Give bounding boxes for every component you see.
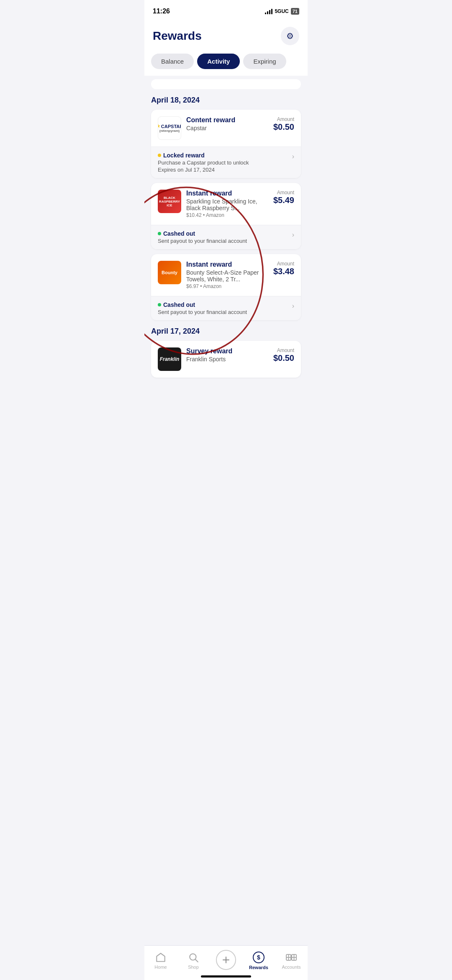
franklin-text: Franklin	[160, 356, 180, 362]
sparkling-ice-reward-type: Instant reward	[186, 190, 268, 197]
franklin-info: Survey reward Franklin Sports	[186, 347, 268, 363]
battery-icon: 71	[291, 8, 299, 15]
bounty-text: Bounty	[162, 270, 177, 275]
capstar-brand: Capstar	[186, 125, 268, 131]
bounty-card: Bounty Instant reward Bounty Select-A-Si…	[151, 254, 301, 320]
capstar-text: CAPSTAR	[161, 124, 181, 129]
bounty-chevron-button[interactable]: ›	[292, 302, 294, 310]
sparkling-ice-chevron-button[interactable]: ›	[292, 231, 294, 239]
sparkling-ice-logo: BLACK RASPBERRY ICE	[158, 190, 181, 213]
sparkling-ice-info: Instant reward Sparkling Ice Sparkling I…	[186, 190, 268, 218]
sparkling-ice-card-bottom[interactable]: Cashed out Sent payout to your financial…	[151, 225, 301, 249]
green-dot-icon-bounty	[158, 303, 161, 306]
bounty-card-bottom[interactable]: Cashed out Sent payout to your financial…	[151, 296, 301, 320]
bounty-amount-value: $3.48	[273, 267, 294, 276]
bounty-logo: Bounty	[158, 261, 181, 284]
sparkling-ice-card: BLACK RASPBERRY ICE Instant reward Spark…	[151, 183, 301, 249]
status-icons: 5GUC 71	[265, 8, 299, 15]
capstar-star-icon: ★	[158, 123, 160, 129]
tab-activity[interactable]: Activity	[197, 54, 240, 69]
sparkling-ice-amount-value: $5.49	[273, 195, 294, 205]
date-header-april18: April 18, 2024	[151, 96, 301, 105]
franklin-logo: Franklin	[158, 347, 181, 371]
bounty-amount: Amount $3.48	[273, 261, 294, 276]
card-top-bounty: Bounty Instant reward Bounty Select-A-Si…	[151, 254, 301, 296]
capstar-amount-label: Amount	[273, 116, 294, 122]
bounty-info: Instant reward Bounty Select-A-Size Pape…	[186, 261, 268, 289]
franklin-amount: Amount $0.50	[273, 347, 294, 363]
capstar-card: ★ CAPSTAR (nitenpyram) Content reward Ca…	[151, 110, 301, 178]
status-bar: 11:26 5GUC 71	[144, 0, 308, 20]
franklin-reward-type: Survey reward	[186, 347, 268, 355]
status-time: 11:26	[153, 8, 170, 15]
capstar-status-label: Locked reward	[158, 152, 249, 159]
card-top-sparkling-ice: BLACK RASPBERRY ICE Instant reward Spark…	[151, 183, 301, 225]
capstar-reward-type: Content reward	[186, 116, 268, 124]
content-area: April 18, 2024 ★ CAPSTAR (nitenpyram) Co…	[144, 79, 308, 424]
bounty-reward-type: Instant reward	[186, 261, 268, 268]
tabs-bar: Balance Activity Expiring	[144, 50, 308, 76]
network-label: 5GUC	[275, 8, 288, 14]
bounty-status-desc: Sent payout to your financial account	[158, 309, 247, 315]
capstar-status-desc2: Expires on Jul 17, 2024	[158, 167, 249, 173]
prev-hint-bar	[151, 79, 301, 89]
page-title: Rewards	[153, 29, 202, 43]
capstar-chevron-button[interactable]: ›	[292, 153, 294, 160]
capstar-amount-value: $0.50	[273, 122, 294, 132]
tab-expiring[interactable]: Expiring	[243, 54, 286, 69]
capstar-status-desc: Purchase a Capstar product to unlock	[158, 159, 249, 166]
capstar-logo: ★ CAPSTAR (nitenpyram)	[158, 116, 181, 140]
sparkling-ice-status-desc: Sent payout to your financial account	[158, 238, 247, 244]
sparkling-ice-amount: Amount $5.49	[273, 190, 294, 205]
capstar-amount: Amount $0.50	[273, 116, 294, 132]
settings-button[interactable]: ⚙	[281, 27, 299, 45]
bounty-brand: Bounty Select-A-Size Paper Towels, White…	[186, 269, 268, 283]
sparkling-ice-status-label: Cashed out	[158, 230, 247, 237]
capstar-info: Content reward Capstar	[186, 116, 268, 131]
card-top-capstar: ★ CAPSTAR (nitenpyram) Content reward Ca…	[151, 110, 301, 147]
capstar-status: Locked reward Purchase a Capstar product…	[158, 152, 249, 173]
capstar-sub-text: (nitenpyram)	[159, 129, 180, 133]
bounty-status: Cashed out Sent payout to your financial…	[158, 301, 247, 315]
sparkling-ice-brand: Sparkling Ice Sparkling Ice, Black Raspb…	[186, 198, 268, 211]
sparkling-ice-amount-label: Amount	[273, 190, 294, 195]
page-header: Rewards ⚙	[144, 20, 308, 50]
franklin-card: Franklin Survey reward Franklin Sports A…	[151, 341, 301, 378]
capstar-card-bottom[interactable]: Locked reward Purchase a Capstar product…	[151, 147, 301, 178]
card-top-franklin: Franklin Survey reward Franklin Sports A…	[151, 341, 301, 378]
bounty-status-label: Cashed out	[158, 301, 247, 308]
date-header-april17: April 17, 2024	[151, 327, 301, 336]
green-dot-icon-sparkling	[158, 232, 161, 235]
tab-balance[interactable]: Balance	[151, 54, 194, 69]
sparkling-ice-status: Cashed out Sent payout to your financial…	[158, 230, 247, 244]
signal-icon	[265, 8, 272, 14]
gear-icon: ⚙	[286, 31, 294, 41]
bounty-amount-label: Amount	[273, 261, 294, 267]
franklin-amount-value: $0.50	[273, 353, 294, 363]
franklin-amount-label: Amount	[273, 347, 294, 353]
sparkling-ice-sub: $10.42 • Amazon	[186, 212, 268, 218]
sparkling-ice-text: BLACK RASPBERRY ICE	[159, 196, 180, 207]
franklin-brand: Franklin Sports	[186, 356, 268, 363]
bounty-sub: $6.97 • Amazon	[186, 283, 268, 289]
yellow-dot-icon	[158, 154, 161, 157]
